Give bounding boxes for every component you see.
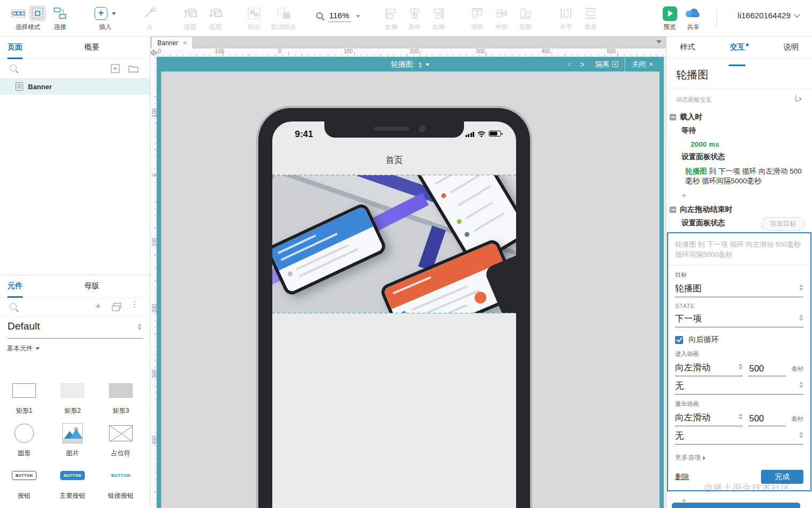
- loop-backward-label: 向后循环: [688, 335, 719, 345]
- align-right-icon: [432, 7, 445, 20]
- widgets-panel: 元件 母版 + ⋮ Default 基本元件 矩形1 矩形2 矩形3: [0, 275, 150, 508]
- widget-circle[interactable]: 圆形: [0, 420, 48, 459]
- account-menu[interactable]: li16620164429: [738, 11, 799, 20]
- enter-animation-select[interactable]: 向左滑动: [675, 359, 743, 376]
- folder-icon[interactable]: [128, 65, 139, 73]
- checkbox-checked[interactable]: [675, 336, 683, 344]
- canvas-body[interactable]: 9:41 首页: [157, 71, 664, 508]
- library-select[interactable]: Default: [0, 318, 150, 339]
- signal-icon: [466, 132, 475, 137]
- tab-masters[interactable]: 母版: [84, 281, 99, 291]
- collapse-icon[interactable]: [670, 114, 676, 120]
- canvas-area: Banner × 0 -100 0 100 200 300 400 500 -1…: [150, 37, 666, 508]
- add-action-button[interactable]: +: [666, 190, 812, 199]
- tab-note[interactable]: 说明: [784, 42, 799, 59]
- widget-h2[interactable]: H2二级标题: [48, 505, 97, 508]
- widget-primary-button[interactable]: BUTTON主要按钮: [48, 462, 97, 502]
- tab-widgets[interactable]: 元件: [8, 281, 23, 291]
- ungroup-button: 取消组合: [267, 5, 300, 31]
- battery-icon: [489, 131, 501, 137]
- cursor-target-icon[interactable]: [795, 94, 803, 102]
- wait-value[interactable]: 2000 ms: [666, 140, 812, 148]
- search-icon[interactable]: [10, 65, 17, 71]
- target-select[interactable]: 轮播图: [675, 280, 803, 297]
- image-icon: [62, 423, 83, 443]
- next-state-button[interactable]: >: [576, 60, 589, 69]
- widget-rect3[interactable]: 矩形3: [97, 377, 145, 417]
- select-mode-label: 选择模式: [6, 23, 49, 31]
- pen-icon: [143, 8, 156, 19]
- enter-duration-input[interactable]: 500: [748, 361, 786, 376]
- exit-easing-select[interactable]: 无: [675, 427, 803, 445]
- tab-list-chevron-icon[interactable]: [656, 40, 662, 44]
- insert-button[interactable]: + 插入: [90, 5, 120, 31]
- set-state-description[interactable]: 轮播图 到 下一项 循环 向左滑动 500毫秒 循环间隔5000毫秒: [666, 167, 812, 186]
- section-basic-widgets[interactable]: 基本元件: [0, 339, 150, 353]
- button-icon: BUTTON: [12, 471, 37, 480]
- action-set-panel-state[interactable]: 设置面板状态 添加目标: [666, 218, 812, 228]
- widget-name-field[interactable]: 轮播图: [666, 59, 812, 84]
- widget-button[interactable]: BUTTON按钮: [0, 462, 48, 502]
- widget-link-button[interactable]: BUTTON链接按钮: [97, 462, 145, 502]
- align-bottom-icon: [519, 7, 532, 20]
- link-button-icon: BUTTON: [108, 471, 134, 480]
- widget-placeholder[interactable]: 占位符: [97, 420, 145, 459]
- tab-style[interactable]: 样式: [680, 42, 695, 59]
- more-options-button[interactable]: 更多选项: [675, 453, 803, 462]
- add-target-button[interactable]: 添加目标: [762, 217, 804, 231]
- preview-button[interactable]: 预览: [659, 5, 680, 31]
- single-select-icon[interactable]: [29, 5, 46, 22]
- form-summary: 轮播图 到 下一项 循环 向左滑动 500毫秒 循环间隔5000毫秒: [675, 239, 803, 260]
- watermark: @稀土掘金技术社区: [704, 482, 791, 494]
- tab-pages[interactable]: 页面: [8, 42, 23, 52]
- multi-select-icon[interactable]: [10, 5, 27, 22]
- zoom-level[interactable]: 116%: [328, 11, 351, 22]
- add-page-icon[interactable]: [111, 64, 120, 73]
- widget-rect1[interactable]: 矩形1: [0, 377, 48, 417]
- phone-notch: [324, 121, 464, 138]
- state-select[interactable]: 下一项: [675, 310, 803, 327]
- library-stack-icon[interactable]: [112, 303, 122, 312]
- rect1-icon: [12, 383, 36, 398]
- enter-easing-select[interactable]: 无: [675, 377, 803, 395]
- stepper-icon: [799, 284, 803, 291]
- tab-interaction[interactable]: 交互: [730, 42, 749, 59]
- chevron-down-icon[interactable]: [112, 12, 116, 15]
- chevron-down-icon[interactable]: [356, 15, 360, 18]
- zoom-control[interactable]: 116%: [316, 11, 360, 22]
- share-button[interactable]: 共享: [683, 5, 704, 31]
- kebab-menu-icon[interactable]: ⋮: [130, 299, 139, 309]
- event-onload[interactable]: 载入时: [666, 112, 812, 122]
- widget-rect2[interactable]: 矩形2: [48, 377, 97, 417]
- widgets-search-row: + ⋮: [0, 298, 150, 317]
- select-mode-button[interactable]: 选择模式: [6, 5, 49, 31]
- search-icon[interactable]: [10, 303, 17, 310]
- isolate-button[interactable]: 隔离: [589, 57, 625, 71]
- stepper-icon[interactable]: [137, 324, 142, 330]
- close-icon[interactable]: ×: [183, 39, 187, 47]
- action-set-panel-state[interactable]: 设置面板状态: [666, 152, 812, 162]
- distribute-horizontal-button: 水平: [554, 5, 578, 31]
- event-drag-left-end[interactable]: 向左拖动结束时: [666, 205, 812, 214]
- widget-h3[interactable]: H3三级标题: [97, 505, 145, 508]
- wifi-icon: [477, 131, 486, 137]
- carousel-image[interactable]: [272, 175, 516, 313]
- collapse-icon[interactable]: [670, 206, 676, 213]
- widget-image[interactable]: 图片: [48, 420, 97, 459]
- close-isolation-button[interactable]: 关闭×: [625, 57, 659, 71]
- widget-grid: 矩形1 矩形2 矩形3 圆形 图片 占位符 BUTTON按钮 BUTTON主要按…: [0, 377, 146, 508]
- connect-icon: [53, 7, 67, 20]
- status-time: 9:41: [295, 129, 313, 140]
- page-item-banner[interactable]: Banner: [0, 78, 150, 95]
- add-library-icon[interactable]: +: [95, 300, 101, 312]
- tab-outline[interactable]: 概要: [84, 42, 99, 52]
- top-layer-button: 顶层: [178, 5, 202, 31]
- enter-animation-label: 进入动画: [675, 350, 803, 358]
- widget-h1[interactable]: H1一级标题: [0, 505, 48, 508]
- exit-duration-input[interactable]: 500: [748, 411, 786, 426]
- delete-action-link[interactable]: 删除: [675, 472, 689, 482]
- tab-banner[interactable]: Banner ×: [151, 37, 193, 48]
- action-wait[interactable]: 等待: [666, 126, 812, 135]
- exit-animation-select[interactable]: 向左滑动: [675, 409, 743, 426]
- connect-button[interactable]: 连接: [49, 5, 71, 31]
